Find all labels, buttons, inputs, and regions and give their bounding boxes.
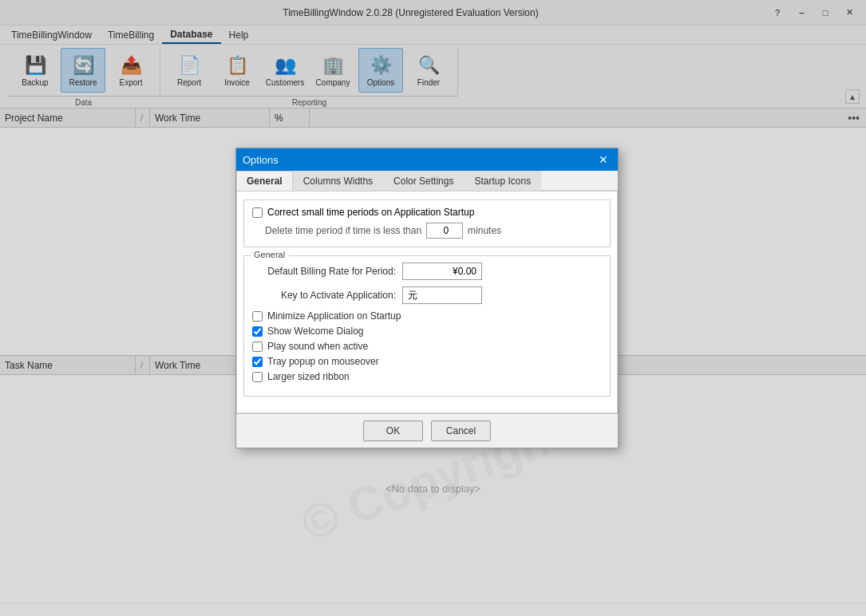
show-welcome-checkbox[interactable] xyxy=(252,326,263,337)
billing-rate-row: Default Billing Rate for Period: xyxy=(252,263,602,280)
delete-label: Delete time period if time is less than xyxy=(265,225,421,236)
minimize-startup-row: Minimize Application on Startup xyxy=(252,310,602,322)
tab-content-general: Correct small time periods on Applicatio… xyxy=(236,191,618,413)
modal-footer: OK Cancel xyxy=(236,413,618,448)
modal-tabs: General Columns Widths Color Settings St… xyxy=(236,171,618,191)
larger-ribbon-checkbox[interactable] xyxy=(252,372,263,382)
delete-time-input[interactable] xyxy=(426,223,463,239)
tray-popup-row: Tray popup on mouseover xyxy=(252,356,602,367)
correct-time-section: Correct small time periods on Applicatio… xyxy=(243,199,611,247)
modal-title-bar: Options ✕ xyxy=(236,148,618,171)
modal-overlay: Options ✕ General Columns Widths Color S… xyxy=(0,0,866,616)
modal-close-button[interactable]: ✕ xyxy=(595,152,611,168)
minimize-startup-label: Minimize Application on Startup xyxy=(267,310,401,322)
options-modal: Options ✕ General Columns Widths Color S… xyxy=(235,148,619,448)
activate-key-input[interactable] xyxy=(402,286,482,304)
correct-time-checkbox-row: Correct small time periods on Applicatio… xyxy=(252,207,602,218)
modal-title: Options xyxy=(243,154,279,166)
correct-time-checkbox[interactable] xyxy=(252,207,263,218)
billing-rate-label: Default Billing Rate for Period: xyxy=(252,266,396,277)
cancel-button[interactable]: Cancel xyxy=(431,421,491,441)
show-welcome-row: Show Welcome Dialog xyxy=(252,326,602,337)
tab-general[interactable]: General xyxy=(236,171,293,191)
delete-unit: minutes xyxy=(468,225,501,236)
play-sound-row: Play sound when active xyxy=(252,341,602,352)
tab-startup-icons[interactable]: Startup Icons xyxy=(464,171,541,191)
checkboxes-section: Minimize Application on Startup Show Wel… xyxy=(252,310,602,382)
larger-ribbon-row: Larger sized ribbon xyxy=(252,371,602,382)
delete-row: Delete time period if time is less than … xyxy=(252,223,602,239)
billing-rate-input[interactable] xyxy=(402,263,482,280)
correct-time-label: Correct small time periods on Applicatio… xyxy=(267,207,474,218)
activate-key-label: Key to Activate Application: xyxy=(252,290,396,301)
ok-button[interactable]: OK xyxy=(363,421,423,441)
tray-popup-checkbox[interactable] xyxy=(252,357,263,367)
tab-color-settings[interactable]: Color Settings xyxy=(383,171,464,191)
larger-ribbon-label: Larger sized ribbon xyxy=(267,371,350,382)
tab-columns-widths[interactable]: Columns Widths xyxy=(293,171,383,191)
tray-popup-label: Tray popup on mouseover xyxy=(267,356,379,367)
minimize-startup-checkbox[interactable] xyxy=(252,311,263,322)
general-section-title: General xyxy=(251,250,288,259)
play-sound-checkbox[interactable] xyxy=(252,342,263,352)
play-sound-label: Play sound when active xyxy=(267,341,368,352)
show-welcome-label: Show Welcome Dialog xyxy=(267,326,364,337)
general-section: General Default Billing Rate for Period:… xyxy=(243,255,611,397)
activate-key-row: Key to Activate Application: xyxy=(252,286,602,304)
